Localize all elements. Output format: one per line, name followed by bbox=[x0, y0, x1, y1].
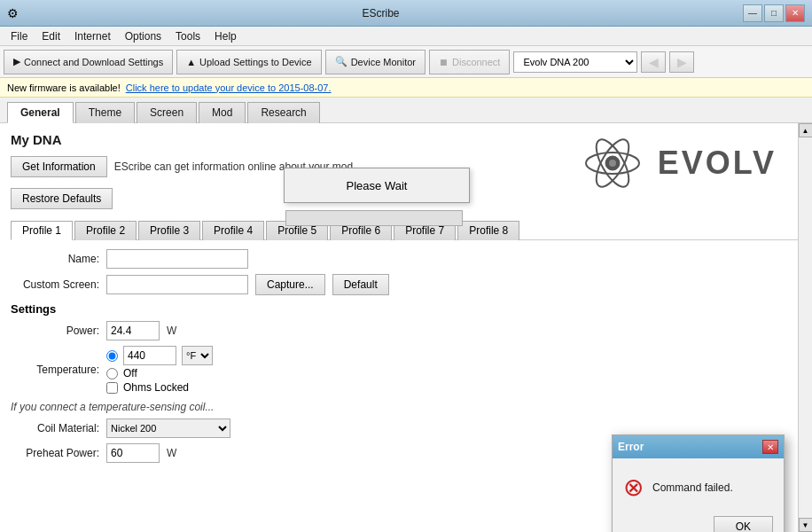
name-row: Name: bbox=[11, 249, 801, 269]
temp-radio-off[interactable] bbox=[106, 368, 118, 379]
error-buttons: OK bbox=[613, 511, 784, 532]
monitor-icon: 🔍 bbox=[335, 56, 347, 67]
menu-tools[interactable]: Tools bbox=[168, 28, 207, 44]
error-dialog: Error ✕ ⊗ Command failed. OK bbox=[612, 434, 785, 532]
restore-defaults-button[interactable]: Restore Defaults bbox=[11, 188, 113, 209]
menu-options[interactable]: Options bbox=[118, 28, 168, 44]
settings-title: Settings bbox=[11, 302, 801, 316]
tab-general[interactable]: General bbox=[7, 102, 74, 123]
error-close-button[interactable]: ✕ bbox=[762, 440, 778, 454]
off-label: Off bbox=[123, 367, 137, 379]
evolv-atom-icon bbox=[582, 132, 644, 194]
tab-research[interactable]: Research bbox=[247, 102, 319, 123]
custom-screen-input[interactable] bbox=[106, 275, 248, 294]
power-unit: W bbox=[167, 325, 176, 337]
upload-icon: ▲ bbox=[186, 57, 196, 67]
error-body: ⊗ Command failed. bbox=[613, 458, 784, 511]
evolv-logo-text: EVOLV bbox=[658, 145, 777, 182]
error-title-bar: Error ✕ bbox=[613, 435, 784, 458]
forward-button[interactable]: ▶ bbox=[669, 51, 694, 73]
temp-radio-on[interactable] bbox=[106, 350, 118, 362]
please-wait-text: Please Wait bbox=[347, 179, 408, 192]
custom-screen-label: Custom Screen: bbox=[11, 278, 99, 291]
name-input[interactable] bbox=[106, 249, 248, 269]
error-icon: ⊗ bbox=[623, 473, 644, 502]
window-title: EScribe bbox=[19, 7, 743, 20]
ok-button[interactable]: OK bbox=[714, 516, 773, 532]
toolbar: ▶ Connect and Download Settings ▲ Upload… bbox=[0, 46, 812, 78]
menu-file[interactable]: File bbox=[4, 28, 35, 44]
update-prefix: New firmware is available! bbox=[7, 82, 121, 93]
upload-settings-button[interactable]: ▲ Upload Settings to Device bbox=[176, 50, 321, 74]
scroll-down[interactable]: ▼ bbox=[799, 518, 813, 532]
close-button[interactable]: ✕ bbox=[785, 4, 805, 22]
maximize-button[interactable]: □ bbox=[764, 4, 784, 22]
capture-button[interactable]: Capture... bbox=[255, 274, 325, 295]
main-tab-bar: General Theme Screen Mod Research bbox=[0, 98, 812, 123]
please-wait-dialog: Please Wait bbox=[284, 168, 470, 203]
app-icon: ⚙ bbox=[7, 6, 19, 20]
profile-tab-8[interactable]: Profile 8 bbox=[457, 221, 519, 240]
connect-download-button[interactable]: ▶ Connect and Download Settings bbox=[4, 50, 173, 74]
minimize-button[interactable]: — bbox=[743, 4, 762, 22]
main-window: General Theme Screen Mod Research EVOLV … bbox=[0, 98, 812, 532]
menu-help[interactable]: Help bbox=[207, 28, 244, 44]
error-message: Command failed. bbox=[652, 481, 733, 494]
disconnect-icon: ⏹ bbox=[439, 57, 449, 67]
profile-tab-2[interactable]: Profile 2 bbox=[74, 221, 137, 240]
device-dropdown[interactable]: Evolv DNA 200 bbox=[513, 51, 637, 73]
tab-screen[interactable]: Screen bbox=[137, 102, 197, 123]
tab-mod[interactable]: Mod bbox=[199, 102, 246, 123]
update-link[interactable]: Click here to update your device to 2015… bbox=[126, 82, 332, 93]
power-input[interactable] bbox=[106, 321, 160, 340]
scroll-up[interactable]: ▲ bbox=[799, 123, 813, 137]
back-button[interactable]: ◀ bbox=[641, 51, 666, 73]
progress-bar bbox=[285, 210, 463, 226]
device-monitor-button[interactable]: 🔍 Device Monitor bbox=[325, 50, 426, 74]
power-label: Power: bbox=[11, 325, 99, 337]
preheat-label: Preheat Power: bbox=[11, 447, 99, 459]
coil-material-label: Coil Material: bbox=[11, 422, 99, 434]
ohms-locked-label: Ohms Locked bbox=[123, 381, 189, 394]
default-button[interactable]: Default bbox=[332, 274, 389, 295]
connect-icon: ▶ bbox=[13, 56, 20, 67]
ohms-locked-checkbox[interactable] bbox=[106, 382, 118, 394]
svg-point-1 bbox=[609, 160, 616, 167]
error-title: Error bbox=[618, 441, 644, 453]
update-banner: New firmware is available! Click here to… bbox=[0, 78, 812, 98]
window-controls: — □ ✕ bbox=[743, 4, 805, 22]
profile-tab-4[interactable]: Profile 4 bbox=[202, 221, 264, 240]
scroll-bar: ▲ ▼ bbox=[798, 123, 812, 532]
coil-material-select[interactable]: Nickel 200 Titanium Stainless Steel bbox=[106, 419, 230, 438]
name-label: Name: bbox=[11, 253, 99, 265]
profile-tab-3[interactable]: Profile 3 bbox=[138, 221, 200, 240]
get-info-button[interactable]: Get Information bbox=[11, 156, 107, 177]
preheat-input[interactable] bbox=[106, 443, 160, 463]
temperature-row: Temperature: °F °C Off Ohms Locked bbox=[11, 346, 801, 394]
tab-theme[interactable]: Theme bbox=[75, 102, 135, 123]
disconnect-button[interactable]: ⏹ Disconnect bbox=[429, 50, 510, 74]
preheat-unit: W bbox=[167, 447, 176, 459]
profile-tab-1[interactable]: Profile 1 bbox=[11, 221, 73, 240]
temperature-label: Temperature: bbox=[11, 364, 99, 376]
custom-screen-row: Custom Screen: Capture... Default bbox=[11, 274, 801, 295]
if-connect-text: If you connect a temperature-sensing coi… bbox=[11, 401, 801, 413]
title-bar: ⚙ EScribe — □ ✕ bbox=[0, 0, 812, 27]
menu-edit[interactable]: Edit bbox=[35, 28, 67, 44]
logo-area: EVOLV bbox=[582, 132, 777, 194]
menu-bar: File Edit Internet Options Tools Help bbox=[0, 27, 812, 46]
temperature-input[interactable] bbox=[123, 346, 176, 365]
power-row: Power: W bbox=[11, 321, 801, 340]
menu-internet[interactable]: Internet bbox=[67, 28, 118, 44]
temp-unit-select[interactable]: °F °C bbox=[182, 346, 213, 365]
